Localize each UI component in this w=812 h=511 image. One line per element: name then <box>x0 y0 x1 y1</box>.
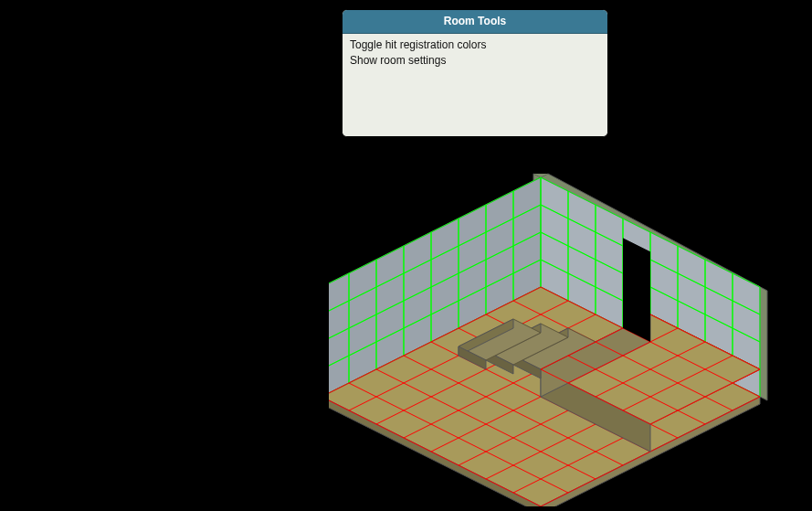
svg-marker-135 <box>623 239 650 342</box>
panel-body: Toggle hit registration colors Show room… <box>343 34 607 136</box>
menu-item-toggle-hit-colors[interactable]: Toggle hit registration colors <box>350 37 600 53</box>
isometric-room-view[interactable] <box>329 150 804 506</box>
panel-title: Room Tools <box>343 10 607 34</box>
room-tools-panel: Room Tools Toggle hit registration color… <box>342 9 608 137</box>
menu-item-show-room-settings[interactable]: Show room settings <box>350 53 600 69</box>
